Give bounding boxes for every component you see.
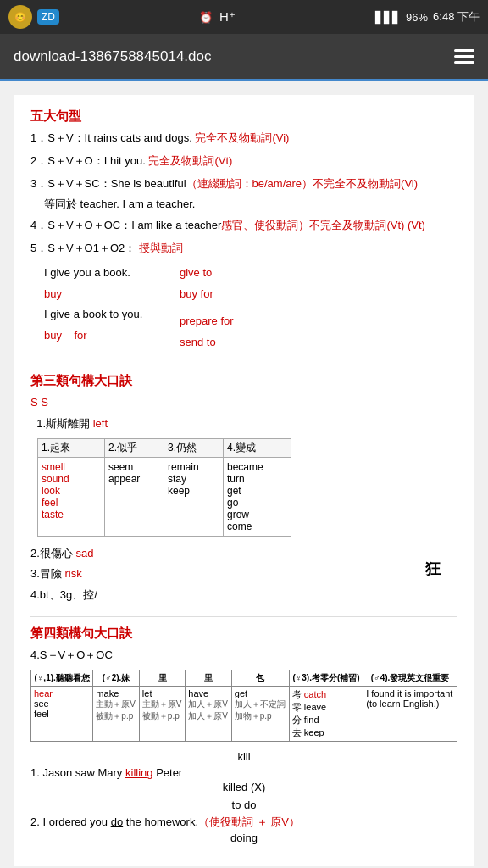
s4-text: 4．S＋V＋O＋OC：I am like a teacher (30, 219, 221, 231)
sad-val: sad (75, 547, 93, 559)
s5-ex1: I give you a book. (44, 264, 166, 282)
feel: feel (42, 497, 101, 509)
document-content: 五大句型 1．S＋V：It rains cats and dogs. 完全不及物… (14, 95, 474, 866)
table-wrapper: (♀,1).聽聽看您 (♂2).妹 里 里 包 (♀3).考零分(補習) (♂4… (30, 670, 458, 742)
s3-item4: 4.bt、3g、控/ (30, 587, 97, 604)
status-center: ⏰ H⁺ (199, 9, 236, 25)
td-make: make 主動＋原V 被動＋p.p (93, 686, 139, 741)
todo-center: to do (30, 798, 458, 811)
vocab-table: (♀,1).聽聽看您 (♂2).妹 里 里 包 (♀3).考零分(補習) (♂4… (30, 670, 458, 742)
get: get (227, 485, 287, 497)
th-5: 包 (231, 670, 289, 686)
kill-center: kill (30, 750, 458, 763)
go: go (227, 497, 287, 509)
section3: 第三類句構大口訣 S S 1.斯斯離開 left 1.起來 2.似乎 3.仍然 … (30, 373, 458, 608)
s3-item2-block: 2.很傷心 sad 3.冒險 risk 4.bt、3g、控/ (30, 542, 97, 608)
notification-icon: H⁺ (219, 9, 236, 25)
td-let-d2: 被動＋p.p (142, 710, 182, 722)
s5-text: 5．S＋V＋O1＋O2： (30, 242, 136, 254)
signal-icon: ▋▋▋ (375, 11, 401, 24)
s5-ex2-buy: buy for (44, 327, 166, 345)
ex2-annotation: （使役動詞 ＋ 原V） (198, 815, 300, 828)
look: look (42, 485, 101, 497)
s3-annotation: 不完全不及物動詞(Vi) (313, 177, 418, 190)
send-to: send to (180, 334, 251, 352)
keep: keep (168, 485, 219, 497)
do-word: do (111, 815, 123, 828)
document-title: download-1386758845014.doc (14, 48, 211, 65)
killed-word: killed (X) (223, 781, 266, 793)
s4-annotation: 感官、使役動詞）不完全及物動詞(Vt) (Vt) (221, 219, 425, 231)
col-header-4: 4.變成 (224, 438, 291, 458)
sentence-5: 5．S＋V＋O1＋O2： 授與動詞 (30, 240, 458, 258)
td-score: 考 catch 零 leave 分 find 去 keep (289, 686, 363, 741)
td-make-d2: 被動＋p.p (96, 710, 136, 722)
td-let-d1: 主動＋原V (142, 698, 182, 710)
td-let: let 主動＋原V 被動＋p.p (139, 686, 185, 741)
td-get-d2: 加物＋p.p (235, 710, 286, 722)
five-types-section: 五大句型 1．S＋V：It rains cats and dogs. 完全不及物… (30, 108, 458, 355)
seem: seem (108, 461, 160, 473)
th-3: 里 (139, 670, 185, 686)
s3-items-row: 2.很傷心 sad 3.冒險 risk 4.bt、3g、控/ 狂 (30, 542, 458, 608)
killed-center: killed (X) (30, 781, 458, 793)
kill-word: kill (237, 750, 250, 763)
remain: remain (168, 461, 219, 473)
appear: appear (108, 473, 160, 485)
section4: 第四類構句大口訣 4.S＋V＋O＋OC (♀,1).聽聽看您 (♂2).妹 里 … (30, 626, 458, 844)
td-have-d1: 加人＋原V (188, 698, 228, 710)
s3-text: 3．S＋V＋SC：She is beautiful (30, 177, 186, 190)
find-line: 分 find (292, 714, 360, 726)
section3-title: 第三類句構大口訣 (30, 373, 458, 389)
doing-center: doing (30, 832, 458, 844)
td-have: have 加人＋原V 加人＋原V (186, 686, 231, 741)
hear-word: hear (34, 688, 90, 698)
example-1: 1. Jason saw Mary killing Peter (30, 766, 458, 779)
s3b-text: 等同於 teacher. I am a teacher. (44, 198, 195, 210)
th-1: (♀,1).聽聽看您 (31, 670, 93, 686)
s4-subtitle: 4.S＋V＋O＋OC (30, 647, 458, 665)
give-to: give to (180, 264, 251, 282)
col4-data: became turn get go grow come (224, 458, 291, 537)
th-4: 里 (186, 670, 231, 686)
catch-word: catch (304, 689, 326, 699)
td-found: I found it is important(to learn English… (363, 686, 458, 741)
turn: turn (227, 473, 287, 485)
s5-ex1-buy: buy (44, 286, 166, 303)
risk-val: risk (64, 567, 81, 580)
see-word: see (34, 698, 90, 709)
menu-button[interactable] (454, 49, 474, 64)
s3-item2: 2.很傷心 sad (30, 545, 97, 563)
killing-word: killing (125, 766, 153, 779)
s1-text: 1．S＋V：It rains cats and dogs. (30, 131, 192, 144)
th-6: (♀3).考零分(補習) (289, 670, 363, 686)
s5-examples: I give you a book. buy I give a book to … (30, 261, 458, 355)
leave-line: 零 leave (292, 701, 360, 714)
todo-word: to do (232, 798, 257, 811)
td-make-d1: 主動＋原V (96, 698, 136, 710)
td-get: get 加人＋不定詞 加物＋p.p (231, 686, 289, 741)
prepare-for: prepare for (180, 313, 251, 331)
example-2: 2. I ordered you do the homework.（使役動詞 ＋… (30, 815, 458, 830)
s2-annotation: 完全及物動詞(Vt) (148, 154, 232, 167)
sentence-3b: 等同於 teacher. I am a teacher. (44, 196, 458, 214)
sentence-2: 2．S＋V＋O：I hit you. 完全及物動詞(Vt) (30, 153, 458, 170)
sentence-3: 3．S＋V＋SC：She is beautiful（連綴動詞：be/am/are… (30, 175, 458, 193)
td-have-d2: 加人＋原V (188, 710, 228, 722)
have-word: have (188, 688, 228, 698)
col2-data: seem appear (105, 458, 164, 537)
time-text: 6:48 下午 (433, 9, 480, 25)
td-get-d1: 加人＋不定詞 (235, 698, 286, 710)
sound: sound (42, 473, 101, 485)
section4-title: 第四類構句大口訣 (30, 626, 458, 642)
zd-icon: ZD (37, 9, 59, 25)
s3-left: left (93, 417, 108, 430)
th-7: (♂4).發現英文很重要 (363, 670, 458, 686)
status-left: 😊 ZD (8, 5, 59, 29)
crazy-char: 狂 (425, 559, 441, 608)
battery-text: 96% (406, 11, 428, 24)
th-2: (♂2).妹 (93, 670, 139, 686)
sentence-4: 4．S＋V＋O＋OC：I am like a teacher感官、使役動詞）不完… (30, 217, 458, 235)
face-icon: 😊 (8, 5, 32, 29)
col1-data: smell sound look feel taste (37, 458, 105, 537)
